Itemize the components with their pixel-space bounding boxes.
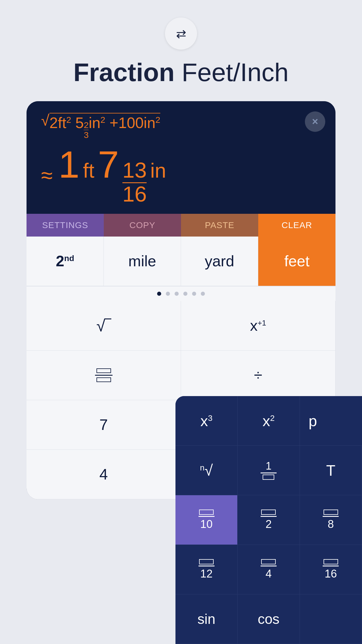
dot-6 (201, 292, 205, 296)
key-sqrt[interactable]: √‾ (27, 301, 181, 351)
overlay-key-frac16[interactable]: 16 (300, 545, 362, 594)
dot-5 (192, 292, 196, 296)
frac-bar (95, 375, 113, 376)
swap-button[interactable]: ⇄ (165, 18, 197, 50)
key-xplus1[interactable]: x+1 (181, 301, 335, 351)
title-bold: Fraction (73, 58, 175, 87)
overlay-key-cos[interactable]: cos (238, 594, 300, 644)
frac-top-rect (96, 368, 111, 373)
sqrt-container: √ 2ft2 5 2 3 in2 +100in2 (41, 113, 160, 140)
overlay-panel: x3 x2 p n√ 1 T (175, 396, 362, 644)
overlay-key-sin[interactable]: sin (175, 594, 238, 644)
overlay-grid: x3 x2 p n√ 1 T (175, 396, 362, 644)
paste-button[interactable]: PASTE (181, 214, 258, 237)
overlay-key-frac12[interactable]: 12 (175, 545, 238, 594)
result-value: 1 ft 7 13 16 in (59, 146, 166, 205)
result-mixed: 7 (98, 146, 119, 183)
dot-4 (183, 292, 187, 296)
key-mile[interactable]: mile (104, 237, 181, 286)
close-button[interactable]: × (305, 111, 325, 132)
close-icon: × (312, 116, 318, 128)
display-area: √ 2ft2 5 2 3 in2 +100in2 ≈ 1 ft (27, 101, 335, 214)
swap-icon: ⇄ (176, 27, 186, 41)
overlay-key-frac2[interactable]: 2 (238, 495, 300, 545)
overlay-key-frac8[interactable]: 8 (300, 495, 362, 545)
result-denominator: 16 (122, 183, 147, 205)
top-section: ⇄ Fraction Feet/Inch (0, 0, 362, 101)
dot-2 (166, 292, 170, 296)
overlay-key-x2[interactable]: x2 (238, 396, 300, 446)
dot-1 (157, 292, 161, 296)
result-numerator: 13 (122, 159, 147, 183)
action-bar: SETTINGS COPY PASTE CLEAR (27, 214, 335, 237)
overlay-key-reciprocal[interactable]: 1 (238, 446, 300, 495)
approx-symbol: ≈ (41, 163, 53, 187)
copy-button[interactable]: COPY (104, 214, 181, 237)
overlay-key-T[interactable]: T (300, 446, 362, 495)
key-2nd[interactable]: 2nd (27, 237, 104, 286)
overlay-key-frac10[interactable]: 10 (175, 495, 238, 545)
expression-row: √ 2ft2 5 2 3 in2 +100in2 (41, 113, 321, 140)
overlay-key-x3[interactable]: x3 (175, 396, 238, 446)
frac-bar-white (261, 473, 277, 473)
expression-text: √ 2ft2 5 2 3 in2 +100in2 (41, 113, 160, 140)
overlay-key-p[interactable]: p (300, 396, 362, 446)
key-4[interactable]: 4 (27, 450, 181, 499)
key-7[interactable]: 7 (27, 400, 181, 450)
key-yard[interactable]: yard (181, 237, 258, 286)
result-unit-in: in (150, 159, 166, 182)
result-whole: 1 (59, 146, 80, 183)
result-unit-ft: ft (83, 159, 94, 182)
overlay-key-frac4[interactable]: 4 (238, 545, 300, 594)
unit-row: 2nd mile yard feet (27, 237, 335, 286)
title-light: Feet/Inch (175, 58, 289, 87)
pagination-dots (27, 286, 335, 301)
dot-3 (175, 292, 179, 296)
page-title: Fraction Feet/Inch (73, 58, 289, 87)
result-fraction: 13 16 (122, 159, 147, 205)
clear-button[interactable]: CLEAR (258, 214, 335, 237)
key-fraction[interactable] (27, 351, 181, 400)
result-row: ≈ 1 ft 7 13 16 in (41, 146, 321, 205)
key-divide[interactable]: ÷ (181, 351, 335, 400)
overlay-key-empty (300, 594, 362, 644)
frac-bottom-rect (96, 377, 111, 382)
settings-button[interactable]: SETTINGS (27, 214, 104, 237)
key-feet[interactable]: feet (258, 237, 335, 286)
overlay-key-nroot[interactable]: n√ (175, 446, 238, 495)
